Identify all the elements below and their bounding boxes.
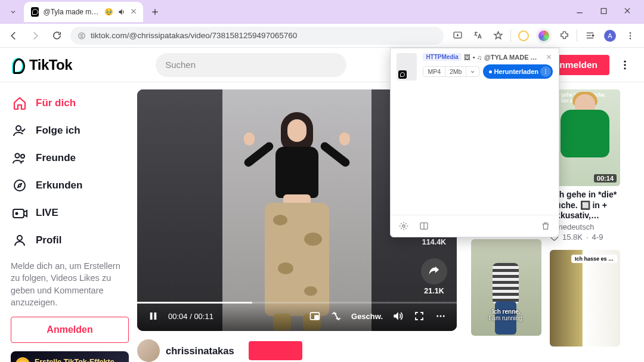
ext-dismiss-button[interactable] [546,54,553,61]
svg-point-6 [630,38,631,39]
nav-label: Für dich [36,97,76,109]
window-close-button[interactable] [620,4,634,18]
volume-button[interactable] [391,310,404,323]
suggestion-thumb[interactable]: Ich gehe in die Küche.Ich bin in 00:14 [550,89,620,186]
ext-settings-button[interactable] [398,220,410,232]
svg-point-4 [630,32,631,34]
translate-icon[interactable] [470,28,485,44]
chevron-down-icon[interactable] [466,67,479,76]
like-count: 114.4K [422,238,446,246]
more-options-button[interactable] [434,310,447,323]
svg-point-3 [592,35,594,36]
extensions-menu-icon[interactable] [556,28,572,44]
nav-live[interactable]: LIVE [7,199,132,227]
close-tab-icon[interactable] [130,8,137,16]
player-controls: 00:04 / 00:11 Geschw. [137,301,457,331]
svg-point-15 [16,213,18,215]
thumb-label: Ich hasse es … [571,255,617,263]
svg-point-25 [545,71,546,72]
tiktok-logo-icon [12,57,27,73]
header-more-button[interactable] [618,58,632,72]
svg-point-5 [630,35,631,36]
video-content [222,89,371,331]
format-selector[interactable]: MP4 2Mb [423,66,479,77]
captions-button[interactable] [330,310,343,323]
svg-point-13 [14,180,25,191]
follow-button[interactable] [249,341,302,360]
suggestion-title[interactable]: ⸥Ich gehe in *die* Küche. 🔲 in + Akkusat… [550,190,621,221]
nav-forward-button[interactable] [27,28,43,44]
svg-point-21 [436,315,438,317]
downloader-extension-popup: HTTPMedia 🖼 • ♫ @TYLA MADE ME D… MP4 2Mb… [390,48,559,237]
suggestion-thumb[interactable]: Ich hasse es … [550,250,620,346]
side-panel-icon[interactable] [582,28,597,44]
friends-icon [12,150,27,166]
extension-downloader-icon[interactable] [536,28,552,44]
uploader-avatar[interactable] [137,339,160,362]
uploader-row: chrissinatakas [137,339,457,362]
download-more-button[interactable] [540,66,551,77]
suggestion-user[interactable]: lernedeutsch [550,222,621,231]
http-media-badge: HTTPMedia [423,53,461,61]
window-minimize-button[interactable] [572,4,587,18]
nav-for-you[interactable]: Für dich [7,89,132,117]
nav-following[interactable]: Folge ich [7,117,132,144]
svg-rect-18 [154,313,157,320]
sidebar-login-button[interactable]: Anmelden [11,317,129,343]
nav-reload-button[interactable] [49,28,64,44]
share-count: 21.1K [424,287,444,295]
record-dot-icon [489,70,492,73]
tiktok-favicon-icon [398,70,407,79]
nav-label: Erkunden [36,180,82,191]
browser-menu-button[interactable] [623,28,638,44]
home-icon [12,95,27,111]
ext-panel-button[interactable] [418,220,430,232]
live-icon [12,205,27,221]
uploader-name[interactable]: chrissinatakas [166,345,234,357]
profile-avatar[interactable]: A [602,28,618,44]
tab-title: @Tyla made me do it [43,8,100,16]
tab-emoji: 🥹 [104,8,113,16]
site-info-icon[interactable] [78,32,86,40]
search-input[interactable]: Suchen [156,53,346,77]
ext-delete-button[interactable] [540,220,552,232]
download-button[interactable]: Herunterladen [483,64,553,79]
tiktok-logo[interactable]: TikTok [12,57,72,73]
browser-titlebar: @Tyla made me do it 🥹 [0,0,644,24]
promo-badge-icon [16,357,30,362]
follow-icon [12,123,27,138]
play-pause-button[interactable] [147,310,160,323]
nav-explore[interactable]: Erkunden [7,172,132,199]
fullscreen-button[interactable] [413,310,426,323]
speed-button[interactable]: Geschw. [351,312,383,321]
nav-label: Freunde [36,152,76,164]
omnibox-url: tiktok.com/@chrissipatakas/video/7381581… [91,31,438,40]
browser-tab-active[interactable]: @Tyla made me do it 🥹 [24,2,143,22]
search-placeholder: Suchen [165,60,196,70]
share-button[interactable] [421,258,447,284]
svg-point-27 [402,225,405,227]
nav-profile[interactable]: Profil [7,227,132,254]
omnibox[interactable]: tiktok.com/@chrissipatakas/video/7381581… [70,27,444,45]
nav-label: Profil [36,234,61,246]
nav-friends[interactable]: Freunde [7,144,132,172]
tab-search-button[interactable] [5,5,21,19]
window-maximize-button[interactable] [596,4,611,18]
format-label: MP4 [423,67,445,76]
sidebar-promo[interactable]: Erstelle TikTok-Effekte, erhalte eine [11,351,129,362]
bookmark-icon[interactable] [490,28,506,44]
svg-point-12 [21,154,24,158]
ext-media-thumbnail[interactable] [397,53,417,81]
floating-player-button[interactable] [308,310,321,323]
install-app-icon[interactable] [450,28,465,44]
time-display: 00:04 / 00:11 [168,312,213,321]
nav-back-button[interactable] [6,28,21,44]
new-tab-button[interactable] [147,4,163,20]
media-type-icon: 🖼 [464,54,470,61]
svg-point-10 [16,126,21,131]
svg-point-8 [624,64,626,66]
speaker-icon[interactable] [117,8,126,16]
extension-ring-icon[interactable] [516,28,531,44]
suggestion-thumb[interactable]: Ich renne.I am running. [471,239,541,336]
svg-point-11 [16,154,20,158]
